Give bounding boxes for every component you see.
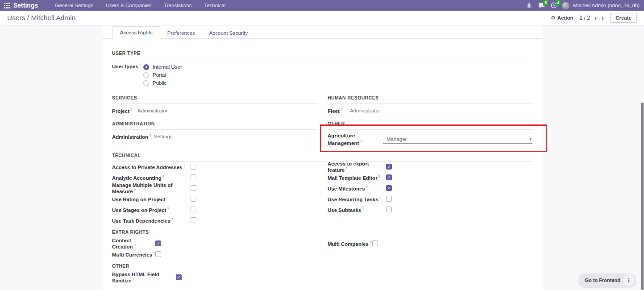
checkbox-multi-currencies[interactable] (155, 251, 161, 257)
project-value[interactable]: Administrator (137, 108, 168, 113)
checkbox-access-to-export[interactable] (386, 164, 392, 170)
checkbox-contact-creation[interactable] (155, 240, 161, 246)
radio-portal-icon[interactable] (143, 72, 149, 78)
gear-icon: ⚙ (551, 15, 556, 21)
label-text: Use Subtasks (328, 207, 361, 213)
section-header-extra-rights: EXTRA RIGHTS (112, 229, 532, 238)
field-label-project: Project? (112, 108, 137, 114)
label-text: Use Milestones (328, 186, 365, 191)
field-label: Manage Multiple Units of Measure? (112, 182, 191, 194)
menu-item-general-settings[interactable]: General Settings (50, 0, 99, 10)
field-label: Use Stages on Project? (112, 207, 191, 213)
menu-item-users-companies[interactable]: Users & Companies (100, 0, 157, 10)
field-label: Multi Currencies? (112, 251, 155, 257)
user-types-label-text: User types (112, 64, 138, 69)
user-avatar[interactable] (562, 2, 569, 9)
help-marker: ? (132, 277, 134, 281)
menu-item-translations[interactable]: Translations (158, 0, 197, 10)
help-marker: ? (362, 207, 364, 211)
label-text: Multi Currencies (112, 252, 152, 257)
administration-value[interactable]: Settings (154, 134, 173, 139)
checkbox-analytic-accounting[interactable] (191, 174, 196, 180)
checkbox-use-milestones[interactable] (386, 185, 392, 191)
field-use-recurring-tasks: Use Recurring Tasks? (328, 194, 532, 204)
section-header-human-resources: HUMAN RESOURCES (328, 95, 532, 104)
help-marker: ? (366, 185, 368, 189)
label-text: Use Rating on Project (112, 197, 166, 202)
fleet-value[interactable]: Administrator (350, 108, 380, 113)
field-label: Use Milestones? (328, 185, 386, 191)
checkbox-use-task-dependencies[interactable] (191, 217, 196, 223)
tab-account-security[interactable]: Account Security (202, 27, 255, 39)
section-administration: ADMINISTRATION Administration? Settings (112, 121, 317, 146)
checkbox-use-subtasks[interactable] (386, 207, 392, 212)
apps-grid-glyph (4, 3, 10, 8)
access-rights-form: USER TYPE User types? Internal User Port… (102, 39, 543, 283)
field-manage-multiple-units: Manage Multiple Units of Measure? (112, 183, 317, 194)
frontend-more-options-button[interactable]: ⋮ (623, 274, 635, 286)
label-text: Manage Multiple Units of Measure (112, 182, 172, 194)
form-sheet: Access Rights Preferences Account Securi… (102, 25, 543, 290)
label-text: Analytic Accounting (112, 175, 162, 181)
section-other-right: OTHER Agriculture Management? Manager ▾ (328, 121, 532, 146)
pager-next-icon[interactable]: › (602, 14, 604, 22)
agriculture-management-select[interactable]: Manager ▾ (383, 136, 532, 144)
field-label: Contact Creation? (112, 238, 155, 249)
tab-access-rights[interactable]: Access Rights (112, 26, 160, 39)
help-marker: ? (153, 251, 155, 255)
field-use-task-dependencies: Use Task Dependencies? (112, 215, 317, 226)
dropdown-caret-icon: ▾ (529, 137, 532, 141)
radio-option-public[interactable]: Public (143, 79, 182, 87)
debug-bug-icon[interactable] (524, 1, 533, 9)
checkbox-multi-companies[interactable] (372, 240, 378, 246)
frontend-pill: Go to Frontend ⋮ (579, 273, 636, 287)
field-label-fleet: Fleet? (328, 108, 350, 114)
checkbox-manage-multiple-units[interactable] (191, 185, 196, 191)
app-name[interactable]: Settings (13, 2, 38, 9)
menu-item-technical[interactable]: Technical (199, 0, 231, 10)
field-use-milestones: Use Milestones? (328, 183, 532, 194)
field-access-to-export: Access to export feature? (328, 162, 532, 172)
user-types-radio-group: Internal User Portal Public (143, 63, 182, 87)
other-bottom-column: Bypass HTML Field Sanitize? (112, 272, 532, 283)
field-label: Use Recurring Tasks? (328, 196, 386, 202)
field-contact-creation: Contact Creation? (112, 238, 317, 249)
label-text: Access to Private Addresses (112, 165, 182, 170)
help-marker: ? (370, 240, 371, 244)
help-marker: ? (134, 188, 136, 192)
pager-value: 2 / 2 (579, 15, 590, 21)
checkbox-access-to-private-addresses[interactable] (191, 164, 196, 170)
field-label: Access to export feature? (328, 161, 386, 173)
user-menu[interactable]: Mitchell Admin (odoo_16_db) (573, 3, 640, 8)
messages-icon[interactable]: 5 (537, 1, 546, 9)
technical-right-column: Access to export feature? Mail Template … (328, 162, 532, 226)
field-label-user-types: User types? (112, 63, 143, 69)
help-marker: ? (139, 63, 141, 67)
tab-preferences[interactable]: Preferences (160, 27, 202, 39)
radio-public-icon[interactable] (143, 80, 149, 86)
radio-label-public: Public (153, 80, 166, 86)
checkbox-use-recurring-tasks[interactable] (386, 196, 392, 202)
help-marker: ? (345, 166, 347, 170)
vertical-scrollbar-thumb[interactable] (641, 103, 644, 290)
section-header-other-bottom: OTHER (112, 263, 532, 272)
checkbox-use-stages-on-project[interactable] (191, 207, 196, 212)
apps-grid-icon[interactable] (0, 0, 13, 11)
action-button[interactable]: ⚙ Action (551, 15, 573, 21)
checkbox-use-rating-on-project[interactable] (191, 196, 196, 202)
create-button[interactable]: Create (610, 13, 637, 23)
kebab-icon: ⋮ (626, 277, 632, 283)
radio-internal-user-icon[interactable] (143, 64, 149, 70)
activities-clock-icon[interactable]: 4 (549, 1, 558, 9)
go-to-frontend-button[interactable]: Go to Frontend (579, 274, 623, 286)
checkbox-bypass-html-field-sanitize[interactable] (176, 274, 182, 280)
radio-option-portal[interactable]: Portal (143, 71, 182, 79)
radio-option-internal-user[interactable]: Internal User (143, 63, 182, 71)
field-analytic-accounting: Analytic Accounting? (112, 172, 317, 183)
pager-previous-icon[interactable]: ‹ (594, 14, 597, 22)
breadcrumb[interactable]: Users / Mitchell Admin (7, 14, 75, 22)
systray: 5 4 Mitchell Admin (odoo_16_db) (524, 1, 644, 9)
help-marker: ? (167, 207, 169, 211)
checkbox-mail-template-editor[interactable] (386, 174, 392, 180)
field-label: Multi Companies? (328, 240, 372, 247)
